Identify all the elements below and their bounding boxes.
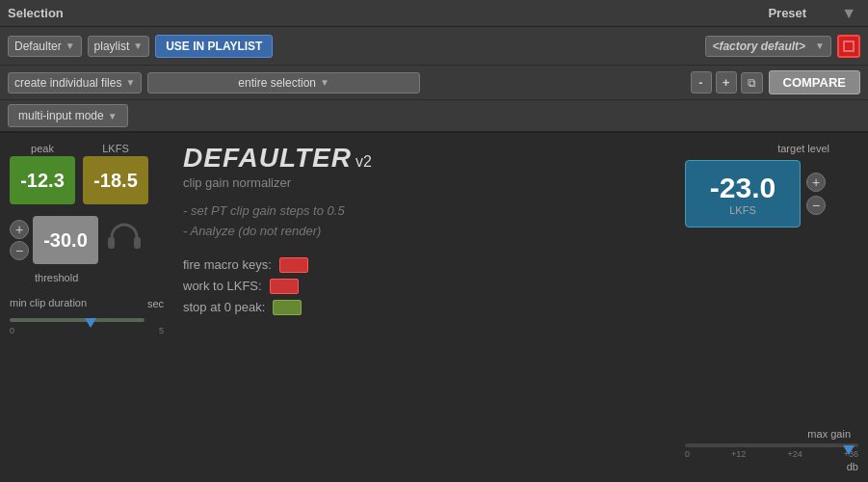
stop-peak-toggle[interactable]: [273, 300, 302, 315]
red-square-inner: [843, 40, 855, 52]
peak-value[interactable]: -12.3: [10, 156, 75, 204]
plugin-title: DEFAULTER: [183, 143, 352, 174]
use-in-playlist-button[interactable]: USE IN PLAYLIST: [155, 35, 273, 58]
fire-macro-label: fire macro keys:: [183, 257, 272, 272]
threshold-value[interactable]: -30.0: [33, 216, 98, 264]
defaulter-select[interactable]: Defaulter ▼: [8, 36, 82, 57]
defaulter-arrow: ▼: [66, 40, 75, 51]
gain-mark-24: +24: [787, 449, 802, 459]
target-value: -23.0: [710, 172, 776, 204]
svg-rect-1: [134, 237, 141, 249]
lkfs-meter: LKFS -18.5: [83, 143, 148, 204]
create-files-arrow: ▼: [125, 77, 135, 88]
plus-button[interactable]: +: [716, 71, 737, 94]
create-files-select[interactable]: create individual files ▼: [8, 72, 142, 94]
gain-track[interactable]: [685, 443, 858, 447]
entire-selection-arrow: ▼: [320, 77, 329, 88]
svg-rect-0: [108, 237, 115, 249]
work-lkfs-toggle[interactable]: [270, 279, 299, 294]
red-square-button[interactable]: [837, 35, 860, 58]
target-level-row: -23.0 LKFS + −: [685, 160, 858, 228]
peak-label: peak: [31, 143, 54, 154]
preset-label: Preset: [768, 6, 806, 20]
plugin-note2-text: - Analyze (do not render): [183, 222, 345, 242]
slider-label: min clip duration: [10, 297, 87, 308]
lkfs-label: LKFS: [102, 143, 129, 154]
entire-selection-select[interactable]: entire selection ▼: [147, 72, 420, 94]
selection-label: Selection: [8, 6, 64, 20]
minus-button[interactable]: -: [691, 71, 712, 94]
target-level-label: target level: [685, 143, 858, 154]
target-minus-button[interactable]: −: [806, 196, 826, 215]
multi-input-arrow: ▼: [108, 111, 118, 121]
stop-peak-row: stop at 0 peak:: [183, 300, 302, 315]
lkfs-value[interactable]: -18.5: [83, 156, 148, 204]
gain-scale: 0 +12 +24 +36 db: [685, 443, 858, 472]
plugin-version: v2: [355, 153, 372, 171]
center-panel: DEFAULTER v2 clip gain normalizer - set …: [173, 143, 675, 472]
max-gain-label: max gain: [807, 428, 855, 440]
gain-mark-0: 0: [685, 449, 690, 459]
gain-db-label: db: [685, 461, 858, 472]
threshold-minus-button[interactable]: −: [10, 241, 29, 260]
left-panel: peak -12.3 LKFS -18.5 + − -30.0: [10, 143, 164, 472]
plugin-note1-text: - set PT clip gain steps to 0.5: [183, 201, 345, 222]
plugin-note1: - set PT clip gain steps to 0.5 - Analyz…: [183, 201, 345, 242]
target-value-box[interactable]: -23.0 LKFS: [685, 160, 801, 228]
meters-row: peak -12.3 LKFS -18.5: [10, 143, 164, 204]
slider-unit: sec: [147, 298, 164, 309]
threshold-plus-minus: + −: [10, 220, 29, 260]
factory-arrow: ▼: [815, 40, 825, 51]
slider-track[interactable]: [10, 318, 145, 322]
stop-peak-label: stop at 0 peak:: [183, 300, 265, 314]
target-unit: LKFS: [729, 204, 756, 216]
copy-button[interactable]: ⧉: [741, 72, 763, 94]
slider-min: 0: [10, 326, 14, 335]
slider-section: min clip duration sec 0 5: [10, 297, 164, 335]
playlist-select[interactable]: playlist ▼: [88, 36, 150, 57]
slider-max: 5: [159, 326, 164, 335]
fire-macro-row: fire macro keys:: [183, 257, 308, 273]
threshold-plus-button[interactable]: +: [10, 220, 29, 239]
gain-thumb[interactable]: [843, 445, 855, 455]
plugin-subtitle: clip gain normalizer: [183, 175, 291, 190]
multi-input-button[interactable]: multi-input mode ▼: [8, 104, 128, 127]
right-panel: target level -23.0 LKFS + − max gain 0: [685, 143, 858, 472]
slider-thumb[interactable]: [85, 318, 96, 328]
headphones-icon: [106, 222, 143, 259]
work-lkfs-row: work to LKFS:: [183, 279, 299, 294]
max-gain-area: max gain 0 +12 +24 +36 db: [685, 428, 858, 472]
playlist-arrow: ▼: [133, 40, 143, 51]
factory-default-select[interactable]: <factory default> ▼: [705, 36, 831, 57]
gain-mark-12: +12: [731, 449, 746, 459]
compare-button[interactable]: COMPARE: [769, 70, 860, 94]
peak-meter: peak -12.3: [10, 143, 75, 204]
target-plus-button[interactable]: +: [806, 173, 826, 192]
gain-marks: 0 +12 +24 +36: [685, 449, 858, 459]
fire-macro-toggle[interactable]: [279, 257, 308, 273]
target-plus-minus: + −: [806, 173, 826, 215]
threshold-label: threshold: [35, 272, 164, 283]
work-lkfs-label: work to LKFS:: [183, 279, 262, 293]
